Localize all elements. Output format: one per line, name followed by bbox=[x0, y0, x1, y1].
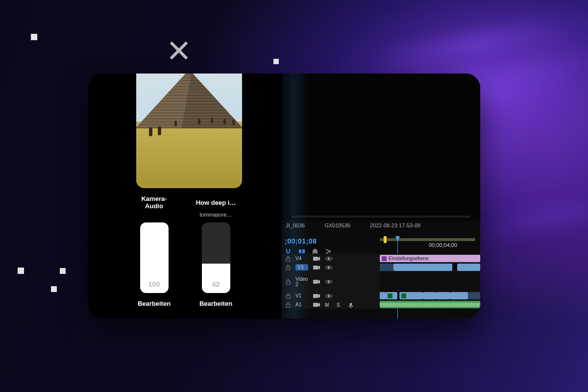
sequence-tabs: JI_0036 GX010536 2022-08-23 17-53-09 bbox=[282, 220, 480, 230]
svg-rect-6 bbox=[313, 266, 318, 270]
video-clip[interactable] bbox=[380, 292, 386, 299]
video-clip[interactable] bbox=[380, 264, 393, 271]
close-icon[interactable] bbox=[168, 39, 190, 62]
track-row: A1MS bbox=[282, 300, 480, 309]
volume-value: 42 bbox=[202, 280, 230, 288]
track-lane[interactable] bbox=[380, 263, 480, 271]
svg-rect-16 bbox=[350, 303, 352, 306]
decor-square bbox=[60, 268, 66, 274]
svg-rect-8 bbox=[286, 281, 290, 284]
sequence-tab[interactable]: 2022-08-23 17-53-09 bbox=[370, 222, 420, 228]
lock-icon[interactable] bbox=[286, 279, 291, 285]
track-row: V4Einstellungsebene bbox=[282, 254, 480, 263]
channel-title: How deep i… bbox=[196, 195, 236, 211]
track-header[interactable]: V3 bbox=[282, 263, 380, 271]
source-patch-icon[interactable] bbox=[313, 302, 320, 307]
mixer-channel-camera: Kamera- Audio100Bearbeiten bbox=[131, 195, 178, 307]
track-header[interactable]: A1MS bbox=[282, 300, 380, 309]
channel-title: Kamera- Audio bbox=[141, 195, 167, 211]
bg-streak bbox=[480, 193, 588, 238]
svg-rect-15 bbox=[313, 303, 318, 307]
video-clip[interactable] bbox=[386, 292, 397, 299]
track-name: V3 bbox=[295, 264, 308, 270]
tracks-area: V4EinstellungsebeneV3Video 2V1A1MS bbox=[282, 254, 480, 318]
eye-icon[interactable] bbox=[325, 279, 332, 284]
source-patch-icon[interactable] bbox=[313, 265, 320, 270]
source-patch-icon[interactable] bbox=[313, 256, 320, 261]
track-name: V4 bbox=[295, 256, 308, 261]
svg-rect-2 bbox=[286, 258, 290, 261]
playhead-timecode[interactable]: ;00;01;08 bbox=[285, 237, 317, 245]
track-row: Video 2 bbox=[282, 271, 480, 291]
sequence-tab[interactable]: JI_0036 bbox=[286, 222, 305, 228]
svg-rect-9 bbox=[313, 280, 318, 284]
fx-badge-icon bbox=[388, 294, 392, 298]
track-lane[interactable] bbox=[380, 300, 480, 309]
source-patch-icon[interactable] bbox=[313, 294, 320, 298]
volume-fader[interactable]: 42 bbox=[202, 222, 230, 293]
source-patch-icon[interactable] bbox=[313, 279, 320, 284]
svg-rect-14 bbox=[286, 304, 290, 307]
video-clip[interactable] bbox=[468, 292, 480, 299]
video-preview-thumb[interactable] bbox=[136, 74, 242, 188]
time-ruler[interactable]: 00;00;04;00 bbox=[380, 238, 475, 249]
track-name: Video 2 bbox=[295, 276, 308, 287]
video-clip[interactable] bbox=[423, 292, 436, 299]
svg-rect-0 bbox=[299, 249, 301, 253]
in-point-icon[interactable] bbox=[384, 236, 387, 243]
eye-icon[interactable] bbox=[325, 265, 332, 270]
decor-square bbox=[31, 34, 37, 40]
track-lane[interactable] bbox=[380, 272, 480, 291]
volume-fader[interactable]: 100 bbox=[140, 222, 169, 293]
svg-rect-1 bbox=[302, 249, 305, 253]
svg-rect-3 bbox=[313, 257, 318, 261]
program-monitor[interactable] bbox=[282, 74, 480, 220]
eye-icon[interactable] bbox=[325, 294, 332, 298]
svg-rect-12 bbox=[313, 294, 318, 298]
waveform-icon bbox=[380, 305, 480, 305]
lock-icon[interactable] bbox=[286, 265, 291, 270]
adjustment-clip[interactable]: Einstellungsebene bbox=[380, 255, 480, 262]
desktop-timeline-pane: JI_0036 GX010536 2022-08-23 17-53-09 ;00… bbox=[282, 74, 480, 318]
video-clip[interactable] bbox=[457, 264, 480, 271]
track-lane[interactable] bbox=[380, 292, 480, 300]
audio-clip[interactable] bbox=[380, 301, 480, 308]
sequence-tab[interactable]: GX010536 bbox=[324, 222, 350, 228]
svg-point-10 bbox=[328, 281, 330, 283]
track-row: V1 bbox=[282, 291, 480, 300]
comparison-card: Kamera- Audio100BearbeitenHow deep i…tom… bbox=[88, 74, 480, 318]
track-name: A1 bbox=[295, 302, 308, 307]
lock-icon[interactable] bbox=[286, 302, 291, 308]
eye-icon[interactable] bbox=[325, 256, 332, 261]
svg-rect-11 bbox=[286, 295, 290, 298]
volume-value: 100 bbox=[140, 280, 169, 288]
track-name: V1 bbox=[295, 293, 308, 298]
track-header[interactable]: Video 2 bbox=[282, 272, 380, 291]
solo-button[interactable]: S bbox=[337, 302, 343, 307]
fx-badge-icon bbox=[382, 256, 387, 261]
ruler-tick-label: 00;00;04;00 bbox=[429, 242, 457, 249]
decor-square bbox=[273, 59, 279, 64]
lock-icon[interactable] bbox=[286, 293, 291, 299]
video-clip[interactable] bbox=[399, 292, 423, 299]
lock-icon[interactable] bbox=[286, 256, 291, 262]
edit-button[interactable]: Bearbeiten bbox=[199, 300, 232, 307]
decor-square bbox=[18, 268, 24, 274]
svg-point-13 bbox=[328, 295, 330, 297]
svg-point-4 bbox=[328, 258, 330, 260]
svg-rect-5 bbox=[286, 267, 290, 270]
track-lane[interactable]: Einstellungsebene bbox=[380, 254, 480, 263]
video-clip[interactable] bbox=[450, 292, 468, 299]
video-clip[interactable] bbox=[393, 264, 452, 271]
mobile-mixer-pane: Kamera- Audio100BearbeitenHow deep i…tom… bbox=[88, 74, 282, 318]
svg-point-7 bbox=[328, 267, 330, 269]
channel-subtitle: tommasore… bbox=[199, 212, 232, 219]
video-clip[interactable] bbox=[436, 292, 450, 299]
track-header[interactable]: V1 bbox=[282, 292, 380, 300]
track-row: V3 bbox=[282, 263, 480, 271]
voiceover-icon[interactable] bbox=[348, 302, 355, 307]
mute-button[interactable]: M bbox=[325, 302, 332, 307]
track-header[interactable]: V4 bbox=[282, 254, 380, 263]
mixer-channel-music: How deep i…tommasore…42Bearbeiten bbox=[193, 195, 240, 307]
edit-button[interactable]: Bearbeiten bbox=[138, 300, 171, 307]
